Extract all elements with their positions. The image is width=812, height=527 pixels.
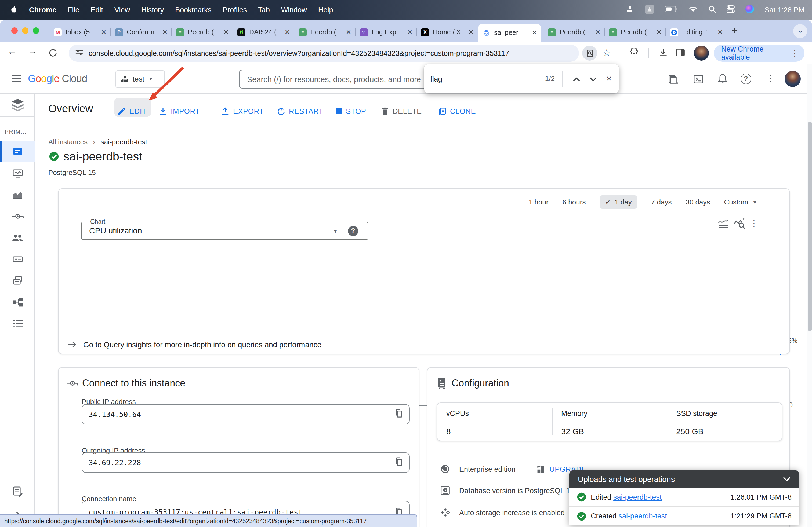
close-tab-icon[interactable]: ✕ [407, 28, 412, 36]
stop-button[interactable]: STOP [335, 102, 366, 121]
tab-x-home[interactable]: XHome / X✕ [417, 24, 478, 40]
profile-avatar[interactable] [694, 46, 709, 61]
account-avatar[interactable] [785, 71, 801, 87]
project-picker[interactable]: test ▼ [115, 70, 165, 88]
menu-profiles[interactable]: Profiles [222, 6, 247, 14]
find-next-icon[interactable] [585, 74, 601, 84]
sidebar-item-monitoring[interactable] [0, 163, 35, 183]
tab-conference[interactable]: PConferen✕ [111, 24, 172, 40]
close-tab-icon[interactable]: ✕ [101, 28, 106, 36]
tab-peerdb-1[interactable]: ≡Peerdb (✕ [172, 24, 233, 40]
sidebar-item-databases[interactable] [0, 249, 35, 269]
close-tab-icon[interactable]: ✕ [468, 28, 474, 36]
close-tab-icon[interactable]: ✕ [285, 28, 290, 36]
outgoing-ip-field[interactable]: 34.69.22.228 [82, 452, 410, 473]
menu-view[interactable]: View [114, 6, 130, 14]
tab-log-explorer[interactable]: ∵Log Expl✕ [356, 24, 417, 40]
find-previous-icon[interactable] [568, 74, 585, 84]
menu-window[interactable]: Window [281, 6, 307, 14]
public-ip-field[interactable]: 34.134.50.64 [82, 404, 410, 424]
new-tab-button[interactable]: + [731, 25, 737, 36]
extensions-icon[interactable] [629, 48, 639, 59]
sidebar-item-users[interactable] [0, 228, 35, 248]
close-tab-icon[interactable]: ✕ [595, 28, 600, 36]
google-cloud-logo[interactable]: Google Cloud [28, 73, 87, 85]
tab-peerdb-4[interactable]: ≡Peerdb (✕ [605, 24, 666, 40]
control-center-icon[interactable] [726, 5, 735, 15]
close-window-button[interactable] [11, 27, 18, 34]
sidebar-item-system-insights[interactable] [0, 185, 35, 205]
release-notes-icon[interactable] [668, 74, 678, 86]
siri-icon[interactable] [745, 5, 754, 15]
app-menu-icon[interactable] [645, 4, 654, 15]
sidebar-item-replicas[interactable] [0, 292, 35, 312]
battery-icon[interactable] [665, 6, 678, 14]
cloud-shell-icon[interactable] [693, 74, 704, 86]
notifications-bell-icon[interactable] [717, 74, 728, 86]
site-settings-icon[interactable] [75, 48, 83, 58]
copy-icon[interactable] [395, 409, 403, 420]
spotlight-icon[interactable] [708, 5, 715, 15]
reload-icon[interactable] [48, 48, 57, 60]
edit-button[interactable]: EDIT [118, 102, 147, 121]
tab-editing[interactable]: Editing "✕ [666, 24, 727, 40]
tab-peerdb-3[interactable]: ≡Peerdb (✕ [543, 24, 605, 40]
operations-panel-header[interactable]: Uploads and test operations [569, 470, 799, 488]
scrollbar-thumb[interactable] [808, 122, 812, 331]
sidebar-item-operations[interactable] [0, 313, 35, 334]
maximize-window-button[interactable] [33, 27, 39, 34]
tab-inbox[interactable]: MInbox (5✕ [49, 24, 111, 40]
menu-file[interactable]: File [68, 6, 79, 14]
sidebar-item-overview[interactable] [0, 141, 35, 162]
find-input[interactable] [430, 74, 527, 83]
delete-button[interactable]: DELETE [381, 102, 422, 121]
sidebar-item-backups[interactable] [0, 270, 35, 291]
back-icon[interactable]: ← [8, 46, 17, 57]
menu-chrome[interactable]: Chrome [29, 6, 56, 14]
forward-icon[interactable]: → [28, 46, 37, 57]
query-insights-link-row[interactable]: Go to Query insights for more in-depth i… [58, 335, 790, 354]
menu-clock[interactable]: Sat 1:28 PM [765, 6, 804, 14]
import-button[interactable]: IMPORT [159, 102, 200, 121]
close-tab-icon[interactable]: ✕ [162, 28, 168, 36]
help-icon[interactable]: ? [741, 74, 751, 84]
copy-icon[interactable] [395, 457, 403, 468]
navigation-menu-icon[interactable] [12, 75, 21, 85]
tab-peerdb-2[interactable]: ≡Peerdb (✕ [294, 24, 356, 40]
url-bar[interactable]: console.cloud.google.com/sql/instances/s… [69, 45, 579, 62]
restart-button[interactable]: RESTART [277, 102, 323, 121]
close-tab-icon[interactable]: ✕ [717, 28, 723, 36]
menu-edit[interactable]: Edit [91, 6, 103, 14]
find-in-page-bar[interactable]: 1/2 × [424, 64, 619, 93]
close-tab-icon[interactable]: ✕ [532, 29, 537, 36]
menu-bookmarks[interactable]: Bookmarks [175, 6, 211, 14]
sidebar-item-connections[interactable] [0, 206, 35, 226]
stats-widget-icon[interactable] [626, 5, 634, 15]
wifi-icon[interactable] [688, 6, 697, 14]
chrome-menu-icon[interactable]: ⋮ [791, 48, 799, 58]
more-options-icon[interactable]: ⋮ [766, 73, 775, 83]
close-tab-icon[interactable]: ✕ [656, 28, 662, 36]
clone-button[interactable]: CLONE [438, 102, 476, 121]
side-panel-icon[interactable] [676, 48, 685, 60]
tab-sai-peerdb-active[interactable]: sai-peer✕ [478, 24, 541, 42]
menu-help[interactable]: Help [318, 6, 333, 14]
export-button[interactable]: EXPORT [221, 102, 264, 121]
downloads-icon[interactable] [658, 48, 668, 60]
menu-history[interactable]: History [141, 6, 164, 14]
tab-dais24[interactable]: DAISDAIS24 (✕ [233, 24, 294, 40]
close-tab-icon[interactable]: ✕ [346, 28, 351, 36]
bookmark-star-icon[interactable]: ☆ [603, 47, 611, 59]
find-close-icon[interactable]: × [601, 73, 618, 84]
breadcrumb-all-instances[interactable]: All instances [48, 138, 88, 146]
page-scrollbar[interactable] [807, 64, 812, 527]
menu-tab[interactable]: Tab [258, 6, 270, 14]
tab-search-chevron-button[interactable]: ⌄ [793, 24, 807, 38]
sidebar-item-release-notes[interactable] [0, 481, 35, 502]
apple-icon[interactable] [10, 4, 18, 15]
minimize-window-button[interactable] [22, 27, 28, 34]
operation-target-link[interactable]: sai-peerdb-test [619, 512, 667, 520]
operation-target-link[interactable]: sai-peerdb-test [613, 493, 662, 501]
find-in-page-icon[interactable] [582, 46, 597, 61]
close-tab-icon[interactable]: ✕ [223, 28, 229, 36]
